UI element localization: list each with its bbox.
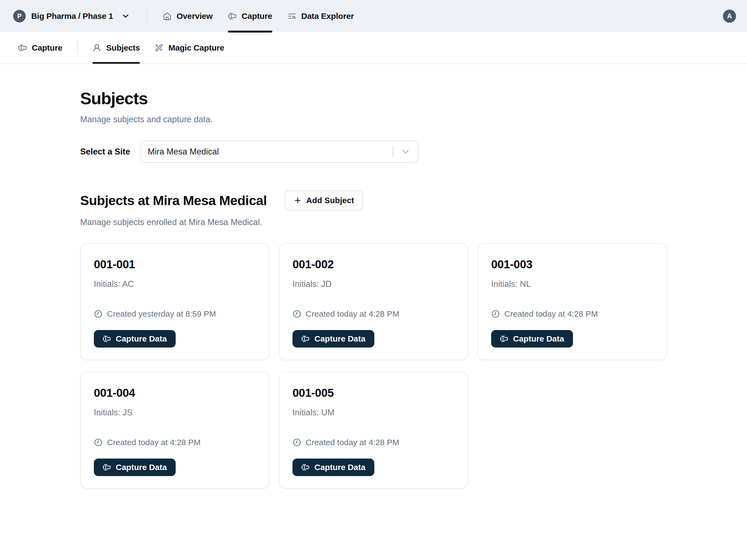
capture-data-button[interactable]: Capture Data (94, 458, 176, 476)
topnav-item-capture[interactable]: Capture (228, 0, 272, 32)
select-divider (393, 146, 393, 157)
capture-icon (228, 12, 237, 21)
subject-id: 001-001 (94, 258, 256, 271)
subject-id: 001-002 (292, 258, 455, 271)
plus-icon (293, 196, 302, 205)
capture-data-label: Capture Data (314, 334, 366, 343)
capture-data-button[interactable]: Capture Data (491, 330, 573, 348)
sub-nav: Capture Subjects Magic Capture (0, 32, 747, 64)
capture-icon (18, 44, 27, 52)
subject-card: 001-003 Initials: NL Created today at 4:… (478, 243, 667, 360)
list-search-icon (288, 12, 297, 21)
subject-created-text: Created today at 4:28 PM (504, 309, 598, 319)
topnav-item-overview[interactable]: Overview (163, 0, 213, 32)
main-content: Subjects Manage subjects and capture dat… (0, 64, 747, 505)
subject-created-row: Created today at 4:28 PM (491, 309, 653, 319)
site-select-label: Select a Site (80, 147, 130, 157)
project-switcher[interactable]: P Big Pharma / Phase 1 (13, 10, 130, 22)
site-select[interactable]: Mira Mesa Medical (140, 141, 418, 163)
subject-card: 001-002 Initials: JD Created today at 4:… (279, 243, 468, 360)
capture-icon (301, 335, 309, 343)
capture-data-label: Capture Data (116, 463, 167, 472)
subject-id: 001-004 (94, 386, 256, 399)
section-subtitle: Manage subjects enrolled at Mira Mesa Me… (80, 217, 747, 227)
home-icon (163, 12, 172, 21)
site-select-value: Mira Mesa Medical (148, 147, 219, 157)
subject-initials: Initials: AC (94, 279, 256, 289)
topnav-label-overview: Overview (177, 11, 213, 21)
topnav-label-capture: Capture (241, 11, 272, 21)
subject-initials: Initials: JS (94, 408, 256, 418)
subject-initials: Initials: NL (491, 279, 653, 289)
capture-data-button[interactable]: Capture Data (292, 330, 374, 348)
nav-divider (77, 41, 78, 54)
subject-card: 001-001 Initials: AC Created yesterday a… (80, 243, 269, 360)
topnav-item-data-explorer[interactable]: Data Explorer (288, 0, 354, 32)
subject-created-row: Created yesterday at 8:59 PM (94, 309, 256, 319)
magic-wand-icon (155, 44, 163, 52)
subject-id: 001-003 (491, 258, 653, 271)
subnav-label-capture: Capture (32, 43, 62, 53)
subject-created-row: Created today at 4:28 PM (292, 309, 455, 319)
subject-created-text: Created today at 4:28 PM (107, 438, 201, 447)
nav-divider (147, 10, 148, 22)
section-header-row: Subjects at Mira Mesa Medical Add Subjec… (80, 191, 747, 210)
add-subject-label: Add Subject (306, 196, 354, 205)
capture-data-label: Capture Data (513, 334, 564, 343)
subject-created-text: Created today at 4:28 PM (306, 309, 399, 319)
chevron-down-icon (121, 12, 130, 21)
capture-icon (301, 463, 309, 472)
subject-created-row: Created today at 4:28 PM (94, 438, 256, 447)
subject-id: 001-005 (292, 386, 455, 399)
capture-data-label: Capture Data (116, 334, 167, 343)
subnav-item-magic-capture[interactable]: Magic Capture (155, 32, 224, 64)
project-avatar: P (13, 10, 26, 22)
clock-icon (292, 310, 301, 318)
user-icon (93, 44, 101, 52)
capture-data-label: Capture Data (314, 463, 366, 472)
clock-icon (292, 438, 301, 447)
subject-card: 001-004 Initials: JS Created today at 4:… (80, 372, 269, 489)
add-subject-button[interactable]: Add Subject (285, 191, 363, 210)
capture-icon (103, 335, 111, 343)
subject-card: 001-005 Initials: UM Created today at 4:… (279, 372, 468, 489)
section-title: Subjects at Mira Mesa Medical (80, 193, 267, 208)
subnav-item-capture[interactable]: Capture (18, 32, 62, 64)
user-avatar[interactable]: A (723, 9, 736, 23)
site-select-row: Select a Site Mira Mesa Medical (80, 141, 747, 163)
capture-icon (500, 335, 508, 343)
clock-icon (491, 310, 500, 318)
subject-created-row: Created today at 4:28 PM (292, 438, 455, 447)
topnav-label-data-explorer: Data Explorer (301, 11, 354, 21)
chevron-down-icon (400, 146, 411, 157)
subject-initials: Initials: JD (292, 279, 455, 289)
page-title: Subjects (80, 88, 747, 108)
subnav-label-magic-capture: Magic Capture (168, 43, 224, 53)
project-label: Big Pharma / Phase 1 (31, 11, 113, 21)
capture-data-button[interactable]: Capture Data (94, 330, 176, 348)
subject-initials: Initials: UM (292, 408, 455, 418)
page-subtitle: Manage subjects and capture data. (80, 114, 747, 125)
subnav-item-subjects[interactable]: Subjects (93, 32, 140, 64)
capture-icon (103, 463, 111, 472)
clock-icon (94, 310, 103, 318)
subject-created-text: Created today at 4:28 PM (306, 438, 399, 447)
capture-data-button[interactable]: Capture Data (292, 458, 374, 476)
subnav-label-subjects: Subjects (106, 43, 140, 53)
clock-icon (94, 438, 103, 447)
top-nav: P Big Pharma / Phase 1 Overview Capture … (0, 0, 747, 32)
subject-created-text: Created yesterday at 8:59 PM (107, 309, 216, 319)
subject-grid: 001-001 Initials: AC Created yesterday a… (80, 243, 747, 505)
